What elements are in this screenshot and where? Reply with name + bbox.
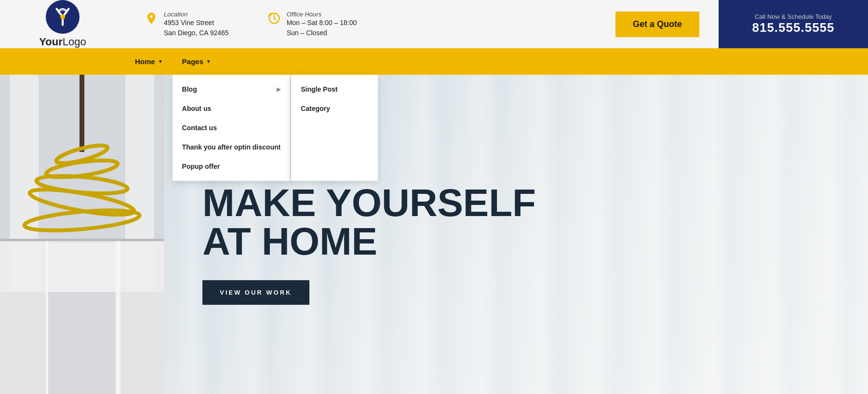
dropdown-item-popup[interactable]: Popup offer	[173, 157, 291, 176]
hero-title: Make Yourself At Home	[202, 184, 829, 261]
location-block: Location 4953 Vine Street San Diego, CA …	[145, 11, 229, 38]
office-hours-block: Office Hours Mon – Sat 8:00 – 18:00 Sun …	[267, 11, 357, 38]
call-number: 815.555.5555	[752, 20, 834, 35]
logo-text: YourLogo	[39, 36, 86, 48]
svg-rect-17	[46, 241, 120, 394]
category-label: Category	[301, 105, 330, 112]
logo-bold: Your	[39, 36, 62, 48]
hero-title-line2: At Home	[202, 222, 829, 261]
office-hours-label: Office Hours	[287, 11, 357, 18]
call-block: Call Now & Schedule Today 815.555.5555	[719, 0, 868, 48]
top-bar: YourLogo Location 4953 Vine Street San D…	[0, 0, 868, 48]
svg-rect-15	[0, 241, 48, 394]
chevron-right-icon: ▶	[277, 86, 280, 93]
nav-pages-label: Pages	[182, 57, 203, 66]
hero-content: Divi Renovations Services Make Yourself …	[0, 75, 868, 394]
svg-rect-16	[116, 241, 164, 394]
dropdown-blog-label: Blog	[182, 85, 197, 93]
dropdown-primary: Blog ▶ About us Contact us Thank you aft…	[173, 75, 291, 181]
clock-icon	[267, 12, 281, 28]
location-line2: San Diego, CA 92465	[164, 29, 229, 37]
nav-pages-chevron: ▼	[206, 59, 211, 64]
nav-pages[interactable]: Pages ▼ Blog ▶ About us Contact us Thank…	[173, 48, 221, 75]
single-post-label: Single Post	[301, 85, 337, 93]
call-label: Call Now & Schedule Today	[755, 13, 832, 20]
dropdown-popup-label: Popup offer	[182, 163, 220, 170]
location-text: Location 4953 Vine Street San Diego, CA …	[164, 11, 229, 38]
location-value: 4953 Vine Street San Diego, CA 92465	[164, 18, 229, 38]
dropdown-about-label: About us	[182, 105, 212, 112]
logo-normal: Logo	[63, 36, 86, 48]
dropdown-item-contact[interactable]: Contact us	[173, 118, 291, 137]
office-hours-value: Mon – Sat 8:00 – 18:00 Sun – Closed	[287, 18, 357, 38]
logo-icon	[46, 0, 80, 34]
hero-section: Divi Renovations Services Make Yourself …	[0, 75, 868, 394]
dropdown-item-single-post[interactable]: Single Post	[291, 80, 378, 99]
nav-home-label: Home	[135, 57, 155, 66]
dropdown-secondary: Single Post Category	[291, 75, 378, 181]
location-label: Location	[164, 11, 229, 18]
nav-home-chevron: ▼	[158, 59, 163, 64]
top-info: Location 4953 Vine Street San Diego, CA …	[125, 11, 719, 38]
office-hours-text: Office Hours Mon – Sat 8:00 – 18:00 Sun …	[287, 11, 357, 38]
pages-dropdown: Blog ▶ About us Contact us Thank you aft…	[173, 75, 378, 181]
dropdown-item-about[interactable]: About us	[173, 99, 291, 118]
location-icon	[145, 12, 158, 28]
svg-point-1	[60, 14, 65, 19]
dropdown-thankyou-label: Thank you after optin discount	[182, 143, 281, 151]
dropdown-item-category[interactable]: Category	[291, 99, 378, 118]
dropdown-item-thankyou[interactable]: Thank you after optin discount	[173, 137, 291, 157]
view-work-button[interactable]: View Our Work	[202, 280, 309, 305]
get-quote-button[interactable]: Get a Quote	[615, 12, 699, 37]
hero-title-line1: Make Yourself	[202, 184, 829, 222]
svg-rect-8	[80, 75, 84, 152]
dropdown-item-blog[interactable]: Blog ▶	[173, 80, 291, 99]
hero-image	[0, 75, 164, 394]
nav-home[interactable]: Home ▼	[125, 48, 173, 75]
hero-image-col	[0, 75, 164, 394]
hours-line2: Sun – Closed	[287, 29, 327, 37]
logo-area: YourLogo	[0, 0, 125, 53]
dropdown-contact-label: Contact us	[182, 124, 217, 132]
location-line1: 4953 Vine Street	[164, 19, 214, 27]
hours-line1: Mon – Sat 8:00 – 18:00	[287, 19, 357, 27]
nav-bar: Home ▼ Pages ▼ Blog ▶ About us Contact u…	[0, 48, 868, 75]
